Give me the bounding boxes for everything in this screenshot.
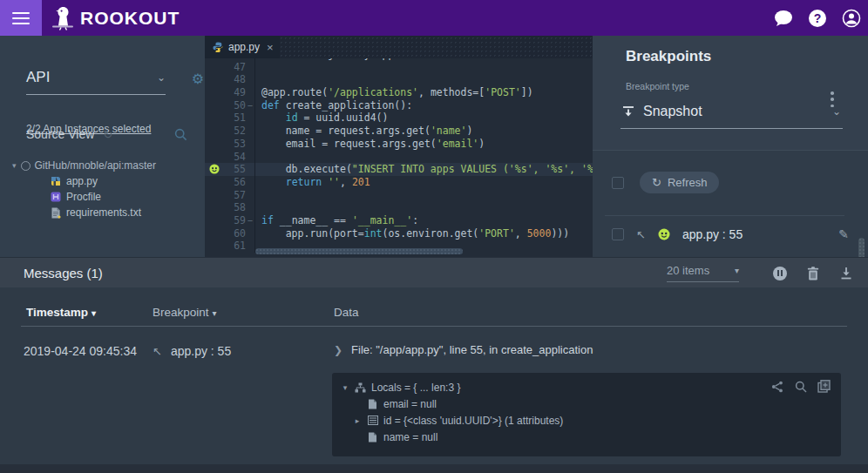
column-header-breakpoint[interactable]: Breakpoint▾ [153, 306, 217, 319]
user-account-icon[interactable] [842, 9, 861, 28]
line-number-gutter[interactable]: 60 [205, 227, 246, 240]
code-text: @app.route('/applications', methods=['PO… [254, 86, 533, 99]
file-icon [367, 431, 378, 443]
code-line-48[interactable]: 48 [205, 73, 593, 86]
gear-icon[interactable]: ⚙ [192, 71, 204, 87]
tree-file-requirements-txt[interactable]: requirements.txt [12, 205, 200, 220]
message-row-timestamp: 2019-04-24 09:45:34 [24, 344, 137, 358]
code-line-57[interactable]: 57 [205, 189, 593, 202]
topbar-actions: ? [774, 0, 861, 36]
fold-marker-icon[interactable]: – [246, 99, 254, 112]
line-number-gutter[interactable]: 59 [205, 214, 246, 227]
code-line-56[interactable]: 56 return '', 201 [205, 176, 593, 189]
code-text: def create_application(): [254, 99, 412, 112]
share-icon[interactable] [770, 380, 783, 393]
refresh-button[interactable]: ↻ Refresh [640, 172, 719, 193]
refresh-sources-icon[interactable]: ↻ [103, 128, 112, 141]
tree-file-Procfile[interactable]: Procfile [12, 189, 200, 205]
code-line-49[interactable]: 49@app.route('/applications', methods=['… [205, 86, 593, 99]
tree-root-repo[interactable]: ▾ GitHub/mnoble/api:master [12, 158, 200, 173]
line-number-gutter[interactable]: 58 [205, 201, 246, 214]
code-line-47[interactable]: 47 [205, 61, 593, 74]
caret-right-icon[interactable]: ▸ [353, 416, 362, 425]
messages-header: Messages (1) 20 items ▾ [0, 257, 868, 287]
code-area[interactable]: 46 return jsonify(app)47 48 49@app.route… [205, 48, 593, 252]
fold-gap [246, 227, 254, 240]
delete-messages-icon[interactable] [805, 266, 821, 281]
line-number-gutter[interactable]: 52 [205, 125, 246, 138]
brand-title: ROOKOUT [80, 8, 180, 29]
help-icon[interactable]: ? [808, 9, 827, 28]
code-text: email = request.args.get('email') [254, 138, 485, 151]
code-line-59[interactable]: 59–if __name__ == '__main__': [205, 214, 593, 227]
page-size-dropdown[interactable]: 20 items ▾ [667, 264, 739, 282]
fold-gap [246, 61, 254, 74]
app-select-dropdown[interactable]: API ⌄ [26, 69, 166, 95]
messages-title: Messages (1) [24, 266, 103, 280]
pause-messages-icon[interactable] [772, 266, 788, 281]
locals-root-row[interactable]: ▾ Locals = { ... len:3 } [341, 379, 832, 395]
code-line-51[interactable]: 51 id = uuid.uuid4() [205, 111, 593, 125]
tab-close-icon[interactable]: × [267, 41, 274, 54]
download-messages-icon[interactable] [838, 266, 854, 281]
text-file-icon [50, 207, 61, 219]
code-line-52[interactable]: 52 name = request.args.get('name') [205, 125, 593, 138]
code-text [254, 151, 268, 164]
message-row-frame[interactable]: ❯ File: "/app/app.py", line 55, in creat… [334, 343, 593, 356]
code-line-58[interactable]: 58 [205, 201, 593, 214]
fold-gap [246, 189, 254, 202]
tree-files: app.pyProcfilerequirements.txt [12, 173, 200, 220]
line-number-gutter[interactable]: 50 [205, 99, 246, 112]
tree-file-app-py[interactable]: app.py [12, 173, 200, 189]
code-line-54[interactable]: 54 [205, 151, 593, 164]
footer-strip [0, 464, 868, 473]
breakpoint-item-label: app.py : 55 [682, 227, 743, 241]
line-number-gutter[interactable]: 49 [205, 86, 246, 99]
fold-gap [246, 151, 254, 164]
caret-down-icon: ▾ [735, 266, 739, 275]
breakpoint-checkbox[interactable] [612, 228, 624, 240]
locals-variable-row[interactable]: email = null [353, 395, 832, 412]
line-number-gutter[interactable]: 51 [205, 111, 246, 125]
locals-variable-row[interactable]: ▸id = {<class 'uuid.UUID'>} (1 attribute… [353, 412, 832, 429]
locals-variable-row[interactable]: name = null [353, 429, 832, 445]
select-all-checkbox[interactable] [612, 177, 624, 189]
locals-children: email = null▸id = {<class 'uuid.UUID'>} … [341, 395, 832, 445]
caret-down-icon: ▾ [341, 383, 349, 392]
locals-variable-tree: ▾ Locals = { ... len:3 } email = null▸id… [332, 373, 841, 456]
breakpoint-bug-icon[interactable] [209, 164, 220, 174]
line-number-gutter[interactable]: 54 [205, 151, 246, 164]
hamburger-menu-button[interactable] [0, 0, 42, 36]
chat-icon[interactable] [774, 9, 793, 28]
line-number-gutter[interactable]: 61 [205, 240, 246, 253]
locals-toolbar [770, 380, 831, 393]
breakpoints-panel: Breakpoints Breakpoint type Snapshot ⌄ ↻… [593, 36, 868, 257]
code-line-60[interactable]: 60 app.run(port=int(os.environ.get('PORT… [205, 227, 593, 240]
line-number-gutter[interactable]: 48 [205, 73, 246, 86]
locals-variable-label: id = {<class 'uuid.UUID'>} (1 attributes… [383, 415, 563, 427]
line-number-gutter[interactable]: 56 [205, 176, 246, 189]
breakpoint-item[interactable]: ↖ app.py : 55 ✎ [612, 227, 849, 241]
tree-file-label: Procfile [66, 191, 101, 203]
tab-app-py[interactable]: app.py × [205, 36, 280, 58]
fold-marker-icon[interactable]: – [246, 214, 254, 227]
fold-gap [246, 240, 254, 253]
line-number-gutter[interactable]: 47 [205, 61, 246, 74]
search-variables-icon[interactable] [794, 380, 807, 393]
search-sources-icon[interactable] [174, 128, 187, 141]
code-line-55[interactable]: 55 db.execute("INSERT INTO apps VALUES (… [205, 163, 593, 176]
line-number-gutter[interactable]: 57 [205, 189, 246, 202]
divider [605, 215, 844, 216]
arrow-up-left-icon: ↖ [153, 345, 162, 358]
edit-breakpoint-icon[interactable]: ✎ [838, 227, 849, 241]
fold-gap [246, 125, 254, 138]
column-header-timestamp[interactable]: Timestamp▾ [26, 306, 96, 319]
breakpoint-type-select[interactable]: Snapshot ⌄ [620, 98, 843, 129]
code-line-50[interactable]: 50–def create_application(): [205, 99, 593, 112]
snapshot-icon [622, 105, 634, 118]
horizontal-scrollbar[interactable] [255, 248, 463, 254]
line-number-gutter[interactable]: 53 [205, 138, 246, 151]
expand-copy-icon[interactable] [817, 380, 831, 393]
code-line-53[interactable]: 53 email = request.args.get('email') [205, 138, 593, 151]
code-text [254, 201, 268, 214]
